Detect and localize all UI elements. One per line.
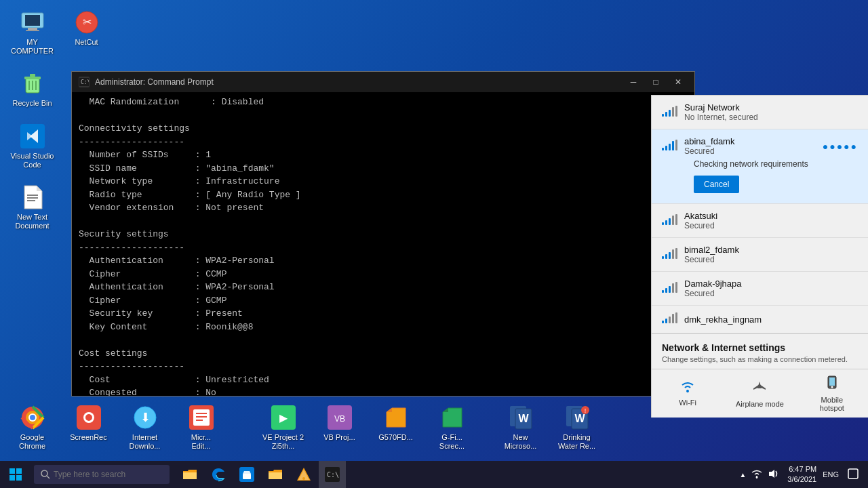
svg-point-22 [85,414,92,421]
svg-rect-3 [26,30,39,31]
svg-rect-51 [243,474,251,479]
desktop-icon-screenrec[interactable]: ScreenRec [63,402,114,453]
desktop-icon-recycle-bin[interactable]: Recycle Bin [7,68,58,110]
cmd-window-icon: C:\ [79,77,90,87]
taskbar-folder[interactable] [262,461,289,488]
svg-point-52 [302,477,305,480]
desktop-icon-my-computer[interactable]: MY COMPUTER [7,7,58,58]
desktop-icons-top: MY COMPUTER Recycle Bin [7,7,58,232]
wifi-name-suraj: Suraj Network [684,102,858,113]
taskbar-volume-icon[interactable] [768,469,778,481]
wifi-signal-suraj [662,106,677,119]
taskbar-cmd[interactable]: C:\ [319,461,346,488]
svg-point-47 [831,386,833,388]
svg-rect-46 [829,378,835,386]
start-icon [9,468,22,481]
cmd-close-button[interactable]: ✕ [669,75,688,89]
wifi-network-abina[interactable]: abina_fdamk Secured ●●●●● Checking netwo… [652,129,868,204]
desktop-icon-netcut[interactable]: ✂ NetCut [61,7,112,49]
taskbar-apps: C:\ [176,461,346,488]
wifi-status-damak: Secured [684,289,858,298]
wifi-network-suraj[interactable]: Suraj Network No Internet, secured [652,96,868,129]
wifi-network-bimal2[interactable]: bimal2_fdamk Secured [652,238,868,272]
svg-point-55 [756,476,758,478]
wifi-name-dmk: dmk_rekha_ingnam [684,314,858,325]
desktop-icon-new-text-label: New Text Document [9,213,56,230]
taskbar-network-icon[interactable] [751,469,762,481]
wifi-icon [680,380,695,396]
wifi-signal-bimal2 [662,248,677,262]
desktop-icon-netcut-label: NetCut [75,38,98,47]
desktop-icon-new-text[interactable]: New Text Document [7,182,58,232]
cmd-minimize-button[interactable]: ─ [624,75,643,89]
taskbar: C:\ ▲ [0,461,868,488]
svg-text:C:\: C:\ [327,471,339,479]
desktop-icon-new-microsoft[interactable]: W NewMicroso... [495,402,546,453]
airplane-button-label: Airplane mode [736,400,784,408]
mobile-hotspot-button[interactable]: Mobilehotspot [796,369,868,418]
wifi-status-bimal2: Secured [684,255,858,264]
desktop: MY COMPUTER Recycle Bin [0,0,868,488]
taskbar-overflow-icon[interactable]: ▲ [739,471,746,479]
wifi-signal-dmk [662,312,677,326]
taskbar-language[interactable]: ENG [820,470,842,479]
svg-text:!: ! [584,407,586,414]
cmd-maximize-button[interactable]: □ [646,75,665,89]
hotspot-button-label: Mobilehotspot [820,396,844,412]
taskbar-date: 3/6/2021 [787,474,816,485]
desktop-icon-vscode-label: Visual Studio Code [9,152,56,169]
svg-text:✂: ✂ [82,16,91,28]
desktop-icons-bottom-row3: W NewMicroso... W ! DrinkingWater Re... [495,402,602,453]
wifi-status-suraj: No Internet, secured [684,113,858,122]
start-button[interactable] [0,461,31,488]
desktop-icon-vscode[interactable]: Visual Studio Code [7,121,58,171]
svg-text:C:\: C:\ [81,79,89,85]
wifi-checking-text: Checking network requirements [662,156,858,172]
taskbar-search-input[interactable] [54,470,155,479]
wifi-name-akatsuki: Akatsuki [684,211,858,221]
wifi-status-abina: Secured [684,146,816,156]
desktop-icon-g570fd[interactable]: G570FD... [370,402,421,453]
wifi-cancel-button[interactable]: Cancel [694,176,739,193]
svg-rect-6 [30,74,35,77]
cmd-window-controls: ─ □ ✕ [624,75,688,89]
wifi-network-damak[interactable]: Damak-9jhapa Secured [652,272,868,306]
wifi-settings-title[interactable]: Network & Internet settings [662,342,858,353]
wifi-settings-description: Change settings, such as making a connec… [662,355,858,363]
svg-point-48 [41,470,47,476]
svg-point-44 [686,390,689,392]
desktop-icons-col2: ✂ NetCut [61,7,112,49]
taskbar-notification-button[interactable] [845,468,861,481]
taskbar-system-icons: ▲ [734,469,784,481]
svg-point-19 [30,415,35,420]
desktop-icon-drinking-water[interactable]: W ! DrinkingWater Re... [551,402,602,453]
taskbar-search-bar[interactable] [34,465,170,484]
svg-rect-1 [25,15,40,26]
wifi-toggle-button[interactable]: Wi-Fi [652,369,724,418]
taskbar-file-explorer[interactable] [176,461,203,488]
desktop-icon-vb[interactable]: VB VB Proj... [314,402,365,453]
wifi-network-akatsuki[interactable]: Akatsuki Secured [652,204,868,238]
desktop-icon-mic-editor[interactable]: Micr...Edit... [176,402,226,453]
airplane-mode-button[interactable]: Airplane mode [724,369,795,418]
search-icon [41,470,50,479]
taskbar-edge[interactable] [205,461,232,488]
desktop-icons-bottom-row2: ▶ VE Project 2Zi5th... VB VB Proj... G5 [258,402,477,453]
desktop-icon-g-file[interactable]: G-Fi...Screc... [427,402,477,453]
desktop-icon-internet-download-label: InternetDownlo... [130,433,161,451]
desktop-icon-vb-label: VB Proj... [323,433,355,442]
taskbar-clock[interactable]: 6:47 PM 3/6/2021 [787,464,816,485]
svg-text:VB: VB [334,414,344,424]
taskbar-store[interactable] [233,461,260,488]
wifi-network-dmk[interactable]: dmk_rekha_ingnam [652,306,868,333]
desktop-icon-internet-download[interactable]: ⬇ InternetDownlo... [119,402,170,453]
desktop-icon-recycle-bin-label: Recycle Bin [12,99,52,108]
svg-rect-2 [28,28,37,30]
wifi-status-akatsuki: Secured [684,221,858,230]
taskbar-vlc[interactable] [290,461,317,488]
desktop-icon-chrome-label: GoogleChrome [19,433,45,451]
cmd-titlebar: C:\ Administrator: Command Prompt ─ □ ✕ [72,72,694,92]
desktop-icon-ve-project[interactable]: ▶ VE Project 2Zi5th... [258,402,309,453]
desktop-icon-chrome[interactable]: GoogleChrome [7,402,58,453]
wifi-signal-akatsuki [662,214,677,228]
